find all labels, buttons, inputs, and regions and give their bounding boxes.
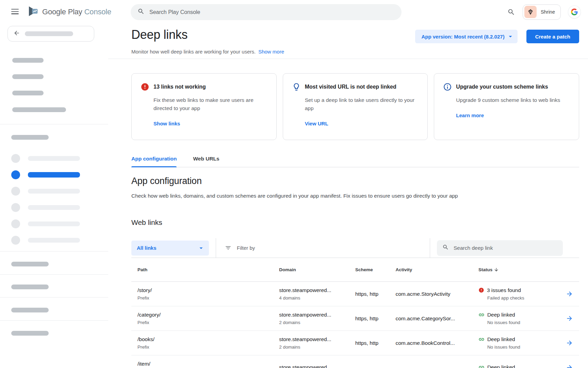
path-type: Prefix (137, 344, 279, 351)
shrine-app-icon (524, 6, 537, 18)
app-version-dropdown[interactable]: App version: Most recent (8.2.027) (415, 30, 517, 43)
domain-count: 2 domains (279, 319, 355, 326)
link-icon (478, 364, 485, 368)
table-row[interactable]: /item/ Prefix store.steampowered... Deep… (131, 355, 579, 368)
links-not-working-card: 13 links not working Fix these web links… (131, 73, 277, 140)
nav-item-skeleton[interactable] (28, 238, 80, 243)
nav-item-skeleton[interactable] (11, 219, 20, 228)
column-header-path[interactable]: Path (131, 267, 279, 272)
activity-value: com.acme.StoryActivity (395, 291, 450, 297)
main-content: Deep links App version: Most recent (8.2… (108, 24, 588, 368)
create-patch-button[interactable]: Create a patch (526, 30, 579, 43)
column-header-domain[interactable]: Domain (279, 267, 355, 272)
skeleton-bar (11, 331, 49, 336)
skeleton-bar (11, 308, 49, 312)
toolbar-divider (430, 238, 430, 258)
section-description: Check how web links, domains, and custom… (131, 192, 579, 200)
column-header-scheme[interactable]: Scheme (355, 267, 395, 272)
filter-by-button[interactable]: Filter by (225, 245, 255, 251)
console-search-input[interactable] (149, 9, 395, 15)
play-console-logo: Google PlayConsole (27, 5, 111, 18)
google-account-avatar[interactable] (568, 6, 581, 18)
domain-value: store.steampowered... (279, 336, 355, 343)
row-detail-arrow-icon[interactable] (566, 339, 573, 347)
tab-web-urls[interactable]: Web URLs (193, 156, 219, 167)
skeleton-bar (12, 74, 44, 79)
search-icon (442, 244, 449, 252)
most-visited-url-card: Most visited URL is not deep linked Set … (283, 73, 428, 140)
show-links-link[interactable]: Show links (153, 121, 180, 126)
card-body: Upgrade 9 custom scheme links to web lin… (456, 96, 568, 104)
nav-item-skeleton[interactable] (11, 203, 20, 212)
row-detail-arrow-icon[interactable] (566, 364, 573, 368)
show-more-link[interactable]: Show more (258, 49, 284, 55)
view-url-link[interactable]: View URL (305, 121, 328, 126)
sidebar-nav (0, 24, 108, 368)
table-row[interactable]: /books/ Prefix store.steampowered... 2 d… (131, 331, 579, 355)
sidebar-divider (0, 251, 108, 251)
domain-value: store.steampowered... (279, 364, 355, 368)
arrow-back-icon (13, 30, 20, 38)
card-title: Upgrade your custom scheme links (456, 82, 548, 91)
status-detail: Failed app checks (487, 295, 560, 302)
nav-item-skeleton[interactable] (11, 154, 20, 163)
row-detail-arrow-icon[interactable] (566, 290, 573, 297)
deep-link-search-input[interactable] (454, 245, 557, 251)
tab-app-configuration[interactable]: App configuration (131, 156, 177, 167)
chevron-down-icon (507, 33, 514, 40)
table-row[interactable]: /story/ Prefix store.steampowered... 4 d… (131, 282, 579, 306)
sidebar-divider (0, 124, 108, 124)
app-chip-label: Shrine (541, 9, 555, 15)
column-header-status[interactable]: Status (478, 267, 499, 272)
filter-icon (225, 245, 231, 251)
chevron-down-icon (197, 244, 205, 252)
toolbar-divider (216, 238, 216, 258)
promo-cards: 13 links not working Fix these web links… (131, 73, 579, 140)
nav-item-skeleton[interactable] (28, 189, 80, 194)
status-detail: No issues found (487, 344, 560, 351)
nav-item-skeleton[interactable] (28, 205, 80, 210)
play-console-logo-icon (27, 5, 39, 18)
play-console-app: Google PlayConsole (0, 0, 588, 368)
domain-count: 2 domains (279, 344, 355, 351)
skeleton-bar (12, 91, 44, 95)
path-value: /item/ (137, 360, 279, 368)
scheme-value: https, http (355, 291, 378, 297)
path-value: /books/ (137, 336, 279, 343)
links-filter-dropdown[interactable]: All links (131, 241, 209, 256)
search-icon[interactable] (507, 8, 515, 16)
scheme-value: https, http (355, 340, 378, 346)
app-selector-chip[interactable]: Shrine (523, 4, 561, 20)
deep-link-search[interactable] (437, 240, 563, 256)
activity-value: com.acme.BookControl... (395, 340, 455, 346)
sort-descending-icon (494, 267, 499, 272)
table-header: Path Domain Scheme Activity Status (131, 258, 579, 282)
header-divider (108, 59, 588, 59)
column-header-activity[interactable]: Activity (395, 267, 478, 272)
nav-item-skeleton[interactable] (11, 187, 20, 196)
table-row[interactable]: /category/ Prefix store.steampowered... … (131, 306, 579, 331)
web-links-heading: Web links (131, 218, 579, 227)
learn-more-link[interactable]: Learn more (456, 112, 484, 118)
nav-item-skeleton[interactable] (11, 236, 20, 245)
active-nav-item[interactable] (11, 170, 20, 179)
nav-item-skeleton[interactable] (28, 221, 80, 226)
tab-bar: App configuration Web URLs (131, 156, 579, 167)
card-body: Fix these web links to make sure users a… (153, 96, 266, 112)
path-type: Prefix (137, 295, 279, 302)
page-title: Deep links (131, 27, 187, 42)
info-icon (443, 82, 452, 93)
menu-icon[interactable] (11, 9, 19, 14)
active-nav-item[interactable] (28, 172, 80, 178)
back-button[interactable] (7, 26, 94, 42)
card-body: Set up a deep link to take users directl… (305, 96, 417, 112)
console-search-bar[interactable] (131, 4, 402, 20)
links-filter-value: All links (137, 245, 157, 251)
filter-by-label: Filter by (237, 245, 255, 251)
logo-text: Google PlayConsole (42, 7, 111, 16)
row-detail-arrow-icon[interactable] (566, 315, 573, 322)
card-title: Most visited URL is not deep linked (305, 82, 396, 91)
nav-item-skeleton[interactable] (28, 156, 80, 161)
page-subtitle: Monitor how well deep links are working … (131, 49, 579, 55)
status-badge: Deep linked (478, 311, 560, 319)
